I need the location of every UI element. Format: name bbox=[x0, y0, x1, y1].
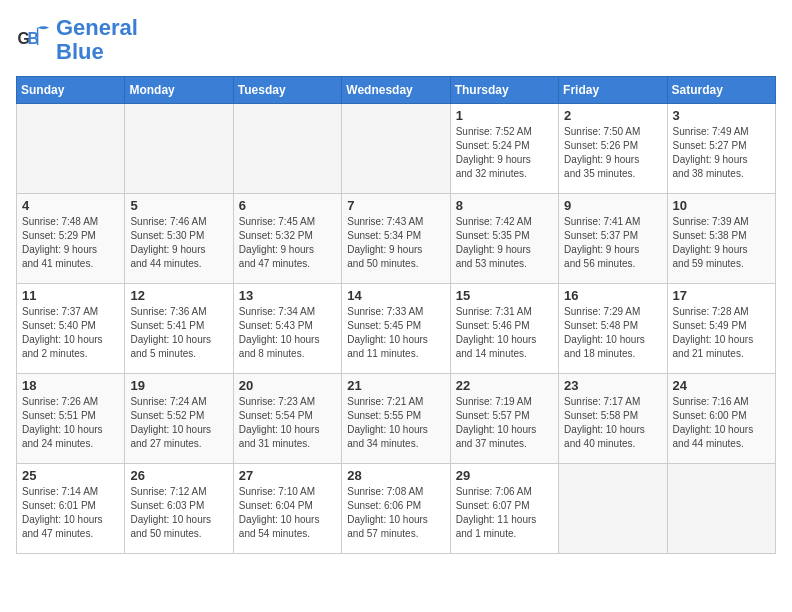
calendar-cell: 26Sunrise: 7:12 AM Sunset: 6:03 PM Dayli… bbox=[125, 464, 233, 554]
cell-info: Sunrise: 7:28 AM Sunset: 5:49 PM Dayligh… bbox=[673, 305, 770, 361]
calendar-week-row: 25Sunrise: 7:14 AM Sunset: 6:01 PM Dayli… bbox=[17, 464, 776, 554]
calendar-cell: 11Sunrise: 7:37 AM Sunset: 5:40 PM Dayli… bbox=[17, 284, 125, 374]
calendar-cell: 20Sunrise: 7:23 AM Sunset: 5:54 PM Dayli… bbox=[233, 374, 341, 464]
day-number: 14 bbox=[347, 288, 444, 303]
cell-info: Sunrise: 7:14 AM Sunset: 6:01 PM Dayligh… bbox=[22, 485, 119, 541]
calendar-cell bbox=[233, 104, 341, 194]
page-header: G B GeneralBlue bbox=[16, 16, 776, 64]
calendar-cell: 25Sunrise: 7:14 AM Sunset: 6:01 PM Dayli… bbox=[17, 464, 125, 554]
calendar-cell: 3Sunrise: 7:49 AM Sunset: 5:27 PM Daylig… bbox=[667, 104, 775, 194]
cell-info: Sunrise: 7:45 AM Sunset: 5:32 PM Dayligh… bbox=[239, 215, 336, 271]
cell-info: Sunrise: 7:21 AM Sunset: 5:55 PM Dayligh… bbox=[347, 395, 444, 451]
day-number: 23 bbox=[564, 378, 661, 393]
day-number: 9 bbox=[564, 198, 661, 213]
day-number: 22 bbox=[456, 378, 553, 393]
calendar-cell: 22Sunrise: 7:19 AM Sunset: 5:57 PM Dayli… bbox=[450, 374, 558, 464]
cell-info: Sunrise: 7:42 AM Sunset: 5:35 PM Dayligh… bbox=[456, 215, 553, 271]
cell-info: Sunrise: 7:52 AM Sunset: 5:24 PM Dayligh… bbox=[456, 125, 553, 181]
cell-info: Sunrise: 7:17 AM Sunset: 5:58 PM Dayligh… bbox=[564, 395, 661, 451]
day-number: 13 bbox=[239, 288, 336, 303]
weekday-header: Thursday bbox=[450, 77, 558, 104]
day-number: 27 bbox=[239, 468, 336, 483]
calendar-table: SundayMondayTuesdayWednesdayThursdayFrid… bbox=[16, 76, 776, 554]
cell-info: Sunrise: 7:10 AM Sunset: 6:04 PM Dayligh… bbox=[239, 485, 336, 541]
day-number: 15 bbox=[456, 288, 553, 303]
day-number: 26 bbox=[130, 468, 227, 483]
day-number: 2 bbox=[564, 108, 661, 123]
calendar-cell: 21Sunrise: 7:21 AM Sunset: 5:55 PM Dayli… bbox=[342, 374, 450, 464]
cell-info: Sunrise: 7:43 AM Sunset: 5:34 PM Dayligh… bbox=[347, 215, 444, 271]
cell-info: Sunrise: 7:48 AM Sunset: 5:29 PM Dayligh… bbox=[22, 215, 119, 271]
calendar-cell: 8Sunrise: 7:42 AM Sunset: 5:35 PM Daylig… bbox=[450, 194, 558, 284]
cell-info: Sunrise: 7:08 AM Sunset: 6:06 PM Dayligh… bbox=[347, 485, 444, 541]
cell-info: Sunrise: 7:06 AM Sunset: 6:07 PM Dayligh… bbox=[456, 485, 553, 541]
calendar-cell bbox=[559, 464, 667, 554]
day-number: 29 bbox=[456, 468, 553, 483]
logo-icon: G B bbox=[16, 22, 52, 58]
day-number: 25 bbox=[22, 468, 119, 483]
day-number: 16 bbox=[564, 288, 661, 303]
calendar-cell: 23Sunrise: 7:17 AM Sunset: 5:58 PM Dayli… bbox=[559, 374, 667, 464]
calendar-cell: 14Sunrise: 7:33 AM Sunset: 5:45 PM Dayli… bbox=[342, 284, 450, 374]
cell-info: Sunrise: 7:36 AM Sunset: 5:41 PM Dayligh… bbox=[130, 305, 227, 361]
day-number: 19 bbox=[130, 378, 227, 393]
cell-info: Sunrise: 7:39 AM Sunset: 5:38 PM Dayligh… bbox=[673, 215, 770, 271]
day-number: 24 bbox=[673, 378, 770, 393]
cell-info: Sunrise: 7:50 AM Sunset: 5:26 PM Dayligh… bbox=[564, 125, 661, 181]
day-number: 20 bbox=[239, 378, 336, 393]
day-number: 10 bbox=[673, 198, 770, 213]
calendar-cell: 10Sunrise: 7:39 AM Sunset: 5:38 PM Dayli… bbox=[667, 194, 775, 284]
cell-info: Sunrise: 7:37 AM Sunset: 5:40 PM Dayligh… bbox=[22, 305, 119, 361]
calendar-cell: 9Sunrise: 7:41 AM Sunset: 5:37 PM Daylig… bbox=[559, 194, 667, 284]
cell-info: Sunrise: 7:19 AM Sunset: 5:57 PM Dayligh… bbox=[456, 395, 553, 451]
cell-info: Sunrise: 7:23 AM Sunset: 5:54 PM Dayligh… bbox=[239, 395, 336, 451]
cell-info: Sunrise: 7:31 AM Sunset: 5:46 PM Dayligh… bbox=[456, 305, 553, 361]
calendar-cell: 6Sunrise: 7:45 AM Sunset: 5:32 PM Daylig… bbox=[233, 194, 341, 284]
calendar-cell: 5Sunrise: 7:46 AM Sunset: 5:30 PM Daylig… bbox=[125, 194, 233, 284]
cell-info: Sunrise: 7:41 AM Sunset: 5:37 PM Dayligh… bbox=[564, 215, 661, 271]
day-number: 8 bbox=[456, 198, 553, 213]
weekday-header: Monday bbox=[125, 77, 233, 104]
calendar-cell: 28Sunrise: 7:08 AM Sunset: 6:06 PM Dayli… bbox=[342, 464, 450, 554]
cell-info: Sunrise: 7:16 AM Sunset: 6:00 PM Dayligh… bbox=[673, 395, 770, 451]
weekday-header: Friday bbox=[559, 77, 667, 104]
day-number: 18 bbox=[22, 378, 119, 393]
weekday-header-row: SundayMondayTuesdayWednesdayThursdayFrid… bbox=[17, 77, 776, 104]
logo-text: GeneralBlue bbox=[56, 16, 138, 64]
calendar-cell: 16Sunrise: 7:29 AM Sunset: 5:48 PM Dayli… bbox=[559, 284, 667, 374]
day-number: 12 bbox=[130, 288, 227, 303]
logo: G B GeneralBlue bbox=[16, 16, 138, 64]
calendar-cell: 24Sunrise: 7:16 AM Sunset: 6:00 PM Dayli… bbox=[667, 374, 775, 464]
weekday-header: Wednesday bbox=[342, 77, 450, 104]
calendar-cell: 1Sunrise: 7:52 AM Sunset: 5:24 PM Daylig… bbox=[450, 104, 558, 194]
weekday-header: Sunday bbox=[17, 77, 125, 104]
day-number: 3 bbox=[673, 108, 770, 123]
calendar-cell bbox=[125, 104, 233, 194]
calendar-cell: 13Sunrise: 7:34 AM Sunset: 5:43 PM Dayli… bbox=[233, 284, 341, 374]
calendar-cell: 4Sunrise: 7:48 AM Sunset: 5:29 PM Daylig… bbox=[17, 194, 125, 284]
calendar-cell: 12Sunrise: 7:36 AM Sunset: 5:41 PM Dayli… bbox=[125, 284, 233, 374]
weekday-header: Saturday bbox=[667, 77, 775, 104]
cell-info: Sunrise: 7:33 AM Sunset: 5:45 PM Dayligh… bbox=[347, 305, 444, 361]
calendar-cell: 18Sunrise: 7:26 AM Sunset: 5:51 PM Dayli… bbox=[17, 374, 125, 464]
day-number: 11 bbox=[22, 288, 119, 303]
day-number: 6 bbox=[239, 198, 336, 213]
day-number: 4 bbox=[22, 198, 119, 213]
day-number: 28 bbox=[347, 468, 444, 483]
calendar-cell: 27Sunrise: 7:10 AM Sunset: 6:04 PM Dayli… bbox=[233, 464, 341, 554]
calendar-cell: 17Sunrise: 7:28 AM Sunset: 5:49 PM Dayli… bbox=[667, 284, 775, 374]
calendar-cell bbox=[342, 104, 450, 194]
calendar-cell: 2Sunrise: 7:50 AM Sunset: 5:26 PM Daylig… bbox=[559, 104, 667, 194]
day-number: 7 bbox=[347, 198, 444, 213]
calendar-cell: 29Sunrise: 7:06 AM Sunset: 6:07 PM Dayli… bbox=[450, 464, 558, 554]
calendar-week-row: 1Sunrise: 7:52 AM Sunset: 5:24 PM Daylig… bbox=[17, 104, 776, 194]
cell-info: Sunrise: 7:34 AM Sunset: 5:43 PM Dayligh… bbox=[239, 305, 336, 361]
calendar-week-row: 4Sunrise: 7:48 AM Sunset: 5:29 PM Daylig… bbox=[17, 194, 776, 284]
day-number: 5 bbox=[130, 198, 227, 213]
calendar-cell: 15Sunrise: 7:31 AM Sunset: 5:46 PM Dayli… bbox=[450, 284, 558, 374]
cell-info: Sunrise: 7:46 AM Sunset: 5:30 PM Dayligh… bbox=[130, 215, 227, 271]
cell-info: Sunrise: 7:49 AM Sunset: 5:27 PM Dayligh… bbox=[673, 125, 770, 181]
calendar-week-row: 11Sunrise: 7:37 AM Sunset: 5:40 PM Dayli… bbox=[17, 284, 776, 374]
day-number: 1 bbox=[456, 108, 553, 123]
calendar-cell: 19Sunrise: 7:24 AM Sunset: 5:52 PM Dayli… bbox=[125, 374, 233, 464]
